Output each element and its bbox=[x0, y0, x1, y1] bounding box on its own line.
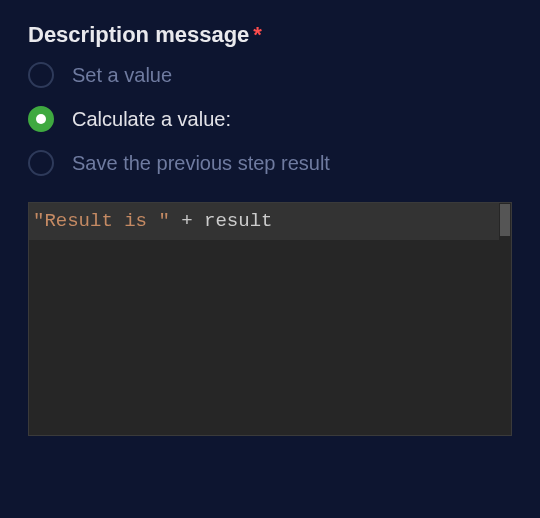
radio-option-calculate-value[interactable]: Calculate a value: bbox=[28, 106, 512, 132]
field-label: Description message* bbox=[28, 22, 512, 48]
radio-label: Save the previous step result bbox=[72, 152, 330, 175]
radio-circle-icon bbox=[28, 106, 54, 132]
radio-label: Set a value bbox=[72, 64, 172, 87]
radio-option-set-value[interactable]: Set a value bbox=[28, 62, 512, 88]
code-line: "Result is " + result bbox=[29, 203, 499, 240]
scrollbar[interactable] bbox=[499, 203, 511, 435]
value-mode-radio-group: Set a value Calculate a value: Save the … bbox=[28, 62, 512, 176]
required-indicator: * bbox=[253, 22, 262, 47]
code-token-identifier: result bbox=[204, 210, 272, 232]
code-token-operator: + bbox=[170, 210, 204, 232]
code-content: "Result is " + result bbox=[29, 203, 499, 240]
radio-option-save-previous[interactable]: Save the previous step result bbox=[28, 150, 512, 176]
field-label-text: Description message bbox=[28, 22, 249, 47]
code-editor[interactable]: "Result is " + result bbox=[28, 202, 512, 436]
code-token-string: "Result is " bbox=[33, 210, 170, 232]
radio-circle-icon bbox=[28, 150, 54, 176]
radio-circle-icon bbox=[28, 62, 54, 88]
radio-label: Calculate a value: bbox=[72, 108, 231, 131]
